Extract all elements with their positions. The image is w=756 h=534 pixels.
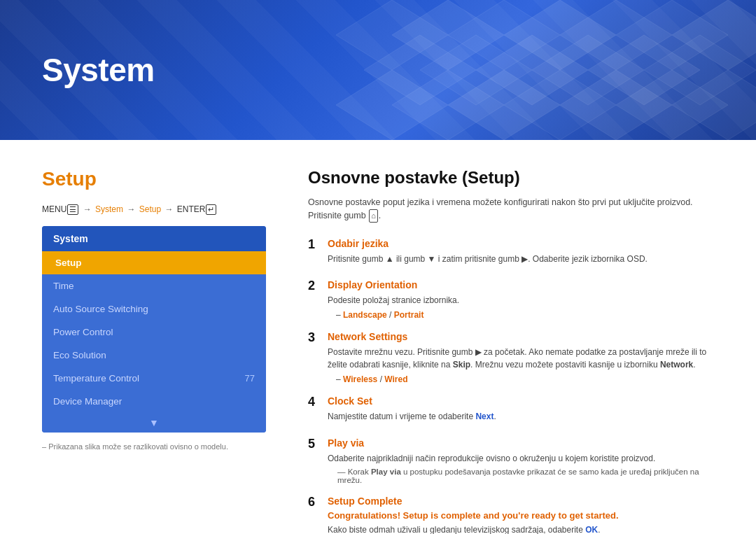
step-5: 5 Play via Odaberite najprikladniji nači… [308, 437, 714, 485]
step-number-4: 4 [308, 395, 328, 409]
decorative-pattern [336, 0, 756, 140]
menu-item-time[interactable]: Time [42, 274, 266, 297]
step-2-content: Display Orientation Podesite položaj str… [328, 279, 714, 320]
menu-item-auto-source-label: Auto Source Switching [53, 304, 148, 314]
menu-item-eco[interactable]: Eco Solution [42, 344, 266, 367]
temp-badge: 77 [245, 373, 255, 384]
section-title: Setup [42, 168, 266, 190]
right-panel: Osnovne postavke (Setup) Osnovne postavk… [308, 168, 714, 534]
menu-icon: ☰ [67, 204, 78, 215]
step-1: 1 Odabir jezika Pritisnite gumb ▲ ili gu… [308, 238, 714, 269]
step-4-desc: Namjestite datum i vrijeme te odaberite … [328, 410, 714, 423]
home-icon: ⌂ [369, 209, 378, 223]
menu-chevron[interactable]: ▼ [42, 413, 266, 433]
step-number-2: 2 [308, 279, 328, 293]
step-4-heading: Clock Set [328, 395, 714, 407]
menu-item-setup-label: Setup [55, 258, 82, 268]
congrats-text: Congratulations! Setup is complete and y… [328, 510, 714, 521]
footnote: Prikazana slika može se razlikovati ovis… [42, 442, 266, 451]
menu-item-eco-label: Eco Solution [53, 350, 106, 360]
step-1-content: Odabir jezika Pritisnite gumb ▲ ili gumb… [328, 238, 714, 269]
menu-prefix: MENU [42, 204, 66, 214]
wireless-link: Wireless [343, 374, 377, 384]
step-3-subitem: Wireless / Wired [328, 374, 714, 384]
step-3: 3 Network Settings Postavite mrežnu vezu… [308, 331, 714, 384]
menu-item-power[interactable]: Power Control [42, 321, 266, 344]
wired-link: Wired [384, 374, 407, 384]
congrats-desc: Kako biste odmah uživali u gledanju tele… [328, 524, 714, 534]
portrait-link: Portrait [394, 310, 424, 320]
step-2: 2 Display Orientation Podesite položaj s… [308, 279, 714, 320]
menu-item-time-label: Time [53, 281, 74, 291]
step-number-3: 3 [308, 330, 328, 345]
path-system: System [95, 204, 123, 214]
step-3-heading: Network Settings [328, 331, 714, 342]
step-4-content: Clock Set Namjestite datum i vrijeme te … [328, 395, 714, 426]
left-panel: Setup MENU☰ → System → Setup → ENTER↵ Sy… [42, 168, 266, 534]
step-5-desc: Odaberite najprikladniji način reprodukc… [328, 452, 714, 465]
menu-item-setup[interactable]: Setup [42, 251, 266, 274]
header-banner: System [0, 0, 756, 140]
page-title: System [42, 51, 155, 89]
step-3-content: Network Settings Postavite mrežnu vezu. … [328, 331, 714, 384]
content-intro: Osnovne postavke poput jezika i vremena … [308, 196, 714, 223]
step-1-desc: Pritisnite gumb ▲ ili gumb ▼ i zatim pri… [328, 253, 714, 266]
step-number-6: 6 [308, 495, 328, 510]
path-setup: Setup [139, 204, 161, 214]
step-6: 6 Setup Complete Congratulations! Setup … [308, 496, 714, 534]
menu-item-auto-source[interactable]: Auto Source Switching [42, 297, 266, 321]
step-6-content: Setup Complete Congratulations! Setup is… [328, 496, 714, 534]
menu-path: MENU☰ → System → Setup → ENTER↵ [42, 204, 266, 215]
step-3-desc: Postavite mrežnu vezu. Pritisnite gumb ▶… [328, 346, 714, 372]
menu-item-temp[interactable]: Temperature Control 77 [42, 367, 266, 390]
step-6-heading: Setup Complete [328, 496, 714, 507]
menu-item-power-label: Power Control [53, 327, 113, 337]
landscape-link: Landscape [343, 310, 387, 320]
step-5-content: Play via Odaberite najprikladniji način … [328, 437, 714, 485]
step-5-heading: Play via [328, 437, 714, 449]
step-2-heading: Display Orientation [328, 279, 714, 290]
path-enter: ENTER [177, 204, 206, 214]
step-number-5: 5 [308, 437, 328, 451]
enter-icon: ↵ [206, 204, 216, 215]
step-2-desc: Podesite položaj stranice izbornika. [328, 294, 714, 307]
content-title: Osnovne postavke (Setup) [308, 168, 714, 188]
congrats-box: Congratulations! Setup is complete and y… [328, 510, 714, 534]
step-1-heading: Odabir jezika [328, 238, 714, 249]
menu-item-temp-label: Temperature Control [53, 373, 139, 384]
step-list: 1 Odabir jezika Pritisnite gumb ▲ ili gu… [308, 238, 714, 534]
menu-header: System [42, 226, 266, 251]
step-2-subitem: Landscape / Portrait [328, 310, 714, 320]
chevron-down-icon: ▼ [149, 417, 159, 428]
step-4: 4 Clock Set Namjestite datum i vrijeme t… [308, 395, 714, 426]
menu-item-device[interactable]: Device Manager [42, 390, 266, 413]
step-5-note: Korak Play via u postupku podešavanja po… [328, 468, 714, 484]
menu-item-device-label: Device Manager [53, 396, 122, 407]
step-number-1: 1 [308, 237, 328, 252]
main-content: Setup MENU☰ → System → Setup → ENTER↵ Sy… [0, 140, 756, 534]
system-menu: System Setup Time Auto Source Switching … [42, 226, 266, 433]
